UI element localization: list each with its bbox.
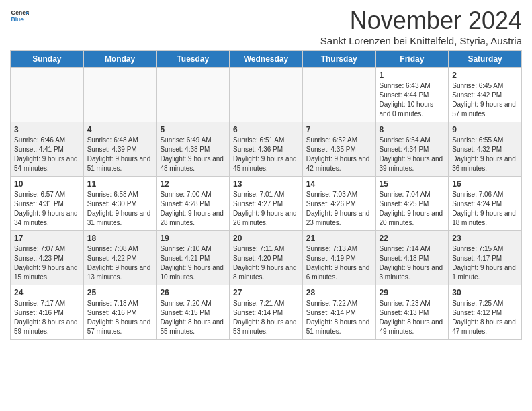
day-info: Sunrise: 6:46 AM Sunset: 4:41 PM Dayligh… — [14, 136, 80, 173]
day-number: 14 — [306, 179, 372, 189]
calendar-day-cell: 10Sunrise: 6:57 AM Sunset: 4:31 PM Dayli… — [11, 177, 84, 231]
day-number: 20 — [233, 234, 299, 243]
day-number: 19 — [160, 234, 226, 243]
page-header: General Blue November 2024 Sankt Lorenze… — [10, 7, 522, 46]
calendar-day-cell: 19Sunrise: 7:10 AM Sunset: 4:21 PM Dayli… — [157, 231, 230, 285]
day-number: 29 — [380, 288, 445, 298]
calendar-day-cell — [83, 68, 157, 122]
day-number: 2 — [452, 71, 518, 80]
day-info: Sunrise: 7:08 AM Sunset: 4:22 PM Dayligh… — [87, 244, 153, 282]
day-number: 3 — [14, 125, 80, 134]
day-of-week-header: Saturday — [449, 51, 522, 68]
day-number: 10 — [14, 179, 80, 189]
logo-icon: General Blue — [10, 7, 29, 26]
day-number: 12 — [160, 179, 226, 189]
day-info: Sunrise: 7:07 AM Sunset: 4:23 PM Dayligh… — [14, 244, 80, 282]
calendar-day-cell: 16Sunrise: 7:06 AM Sunset: 4:24 PM Dayli… — [449, 177, 522, 231]
day-info: Sunrise: 7:14 AM Sunset: 4:18 PM Dayligh… — [380, 244, 445, 282]
calendar-day-cell: 28Sunrise: 7:22 AM Sunset: 4:14 PM Dayli… — [302, 285, 375, 340]
calendar-day-cell: 29Sunrise: 7:23 AM Sunset: 4:13 PM Dayli… — [375, 285, 449, 340]
day-number: 21 — [306, 234, 372, 243]
calendar-day-cell: 25Sunrise: 7:18 AM Sunset: 4:16 PM Dayli… — [83, 285, 157, 340]
calendar-day-cell: 1Sunrise: 6:43 AM Sunset: 4:44 PM Daylig… — [375, 68, 449, 122]
day-of-week-header: Thursday — [302, 51, 375, 68]
day-info: Sunrise: 6:58 AM Sunset: 4:30 PM Dayligh… — [87, 190, 153, 228]
calendar-day-cell: 5Sunrise: 6:49 AM Sunset: 4:38 PM Daylig… — [157, 122, 230, 177]
calendar-day-cell: 21Sunrise: 7:13 AM Sunset: 4:19 PM Dayli… — [302, 231, 375, 285]
day-info: Sunrise: 6:48 AM Sunset: 4:39 PM Dayligh… — [87, 136, 153, 173]
day-number: 1 — [380, 71, 445, 80]
day-of-week-header: Sunday — [11, 51, 84, 68]
day-number: 13 — [233, 179, 299, 189]
day-info: Sunrise: 7:23 AM Sunset: 4:13 PM Dayligh… — [380, 299, 445, 336]
day-info: Sunrise: 7:18 AM Sunset: 4:16 PM Dayligh… — [87, 299, 153, 336]
calendar-day-cell: 8Sunrise: 6:54 AM Sunset: 4:34 PM Daylig… — [375, 122, 449, 177]
calendar-day-cell — [230, 68, 303, 122]
calendar-day-cell: 26Sunrise: 7:20 AM Sunset: 4:15 PM Dayli… — [157, 285, 230, 340]
calendar-day-cell: 12Sunrise: 7:00 AM Sunset: 4:28 PM Dayli… — [157, 177, 230, 231]
day-number: 26 — [160, 288, 226, 298]
day-info: Sunrise: 6:49 AM Sunset: 4:38 PM Dayligh… — [160, 136, 226, 173]
day-number: 25 — [87, 288, 153, 298]
day-number: 28 — [306, 288, 372, 298]
calendar-table: SundayMondayTuesdayWednesdayThursdayFrid… — [10, 50, 522, 340]
day-info: Sunrise: 7:13 AM Sunset: 4:19 PM Dayligh… — [306, 244, 372, 282]
day-info: Sunrise: 7:17 AM Sunset: 4:16 PM Dayligh… — [14, 299, 80, 336]
month-title: November 2024 — [320, 7, 522, 35]
calendar-day-cell: 23Sunrise: 7:15 AM Sunset: 4:17 PM Dayli… — [449, 231, 522, 285]
day-number: 18 — [87, 234, 153, 243]
calendar-week-row: 1Sunrise: 6:43 AM Sunset: 4:44 PM Daylig… — [11, 68, 522, 122]
day-info: Sunrise: 7:10 AM Sunset: 4:21 PM Dayligh… — [160, 244, 226, 282]
location: Sankt Lorenzen bei Knittelfeld, Styria, … — [320, 35, 522, 46]
day-info: Sunrise: 6:52 AM Sunset: 4:35 PM Dayligh… — [306, 136, 372, 173]
calendar-day-cell: 6Sunrise: 6:51 AM Sunset: 4:36 PM Daylig… — [230, 122, 303, 177]
day-of-week-header: Monday — [83, 51, 157, 68]
calendar-header-row: SundayMondayTuesdayWednesdayThursdayFrid… — [11, 51, 522, 68]
calendar-day-cell: 17Sunrise: 7:07 AM Sunset: 4:23 PM Dayli… — [11, 231, 84, 285]
calendar-day-cell — [302, 68, 375, 122]
day-info: Sunrise: 7:11 AM Sunset: 4:20 PM Dayligh… — [233, 244, 299, 282]
calendar-day-cell — [157, 68, 230, 122]
calendar-day-cell: 9Sunrise: 6:55 AM Sunset: 4:32 PM Daylig… — [449, 122, 522, 177]
calendar-week-row: 24Sunrise: 7:17 AM Sunset: 4:16 PM Dayli… — [11, 285, 522, 340]
day-of-week-header: Friday — [375, 51, 449, 68]
calendar-day-cell: 11Sunrise: 6:58 AM Sunset: 4:30 PM Dayli… — [83, 177, 157, 231]
calendar-day-cell: 24Sunrise: 7:17 AM Sunset: 4:16 PM Dayli… — [11, 285, 84, 340]
day-number: 5 — [160, 125, 226, 134]
day-of-week-header: Tuesday — [157, 51, 230, 68]
day-number: 22 — [380, 234, 445, 243]
day-number: 24 — [14, 288, 80, 298]
day-number: 17 — [14, 234, 80, 243]
day-info: Sunrise: 7:06 AM Sunset: 4:24 PM Dayligh… — [452, 190, 518, 228]
day-info: Sunrise: 7:20 AM Sunset: 4:15 PM Dayligh… — [160, 299, 226, 336]
day-info: Sunrise: 7:04 AM Sunset: 4:25 PM Dayligh… — [380, 190, 445, 228]
calendar-day-cell: 30Sunrise: 7:25 AM Sunset: 4:12 PM Dayli… — [449, 285, 522, 340]
day-info: Sunrise: 6:45 AM Sunset: 4:42 PM Dayligh… — [452, 81, 518, 119]
calendar-day-cell: 14Sunrise: 7:03 AM Sunset: 4:26 PM Dayli… — [302, 177, 375, 231]
calendar-day-cell: 7Sunrise: 6:52 AM Sunset: 4:35 PM Daylig… — [302, 122, 375, 177]
day-info: Sunrise: 7:22 AM Sunset: 4:14 PM Dayligh… — [306, 299, 372, 336]
day-info: Sunrise: 7:25 AM Sunset: 4:12 PM Dayligh… — [452, 299, 518, 336]
calendar-day-cell: 13Sunrise: 7:01 AM Sunset: 4:27 PM Dayli… — [230, 177, 303, 231]
day-info: Sunrise: 7:00 AM Sunset: 4:28 PM Dayligh… — [160, 190, 226, 228]
day-number: 15 — [380, 179, 445, 189]
logo: General Blue — [10, 7, 29, 26]
day-number: 6 — [233, 125, 299, 134]
calendar-day-cell: 15Sunrise: 7:04 AM Sunset: 4:25 PM Dayli… — [375, 177, 449, 231]
calendar-day-cell: 27Sunrise: 7:21 AM Sunset: 4:14 PM Dayli… — [230, 285, 303, 340]
title-block: November 2024 Sankt Lorenzen bei Knittel… — [320, 7, 522, 46]
calendar-day-cell: 3Sunrise: 6:46 AM Sunset: 4:41 PM Daylig… — [11, 122, 84, 177]
day-info: Sunrise: 6:43 AM Sunset: 4:44 PM Dayligh… — [380, 81, 445, 119]
day-info: Sunrise: 7:01 AM Sunset: 4:27 PM Dayligh… — [233, 190, 299, 228]
day-number: 23 — [452, 234, 518, 243]
day-info: Sunrise: 7:15 AM Sunset: 4:17 PM Dayligh… — [452, 244, 518, 282]
day-number: 4 — [87, 125, 153, 134]
day-number: 9 — [452, 125, 518, 134]
day-info: Sunrise: 6:57 AM Sunset: 4:31 PM Dayligh… — [14, 190, 80, 228]
calendar-week-row: 10Sunrise: 6:57 AM Sunset: 4:31 PM Dayli… — [11, 177, 522, 231]
day-number: 27 — [233, 288, 299, 298]
calendar-day-cell: 20Sunrise: 7:11 AM Sunset: 4:20 PM Dayli… — [230, 231, 303, 285]
day-info: Sunrise: 6:55 AM Sunset: 4:32 PM Dayligh… — [452, 136, 518, 173]
calendar-day-cell — [11, 68, 84, 122]
day-info: Sunrise: 7:03 AM Sunset: 4:26 PM Dayligh… — [306, 190, 372, 228]
